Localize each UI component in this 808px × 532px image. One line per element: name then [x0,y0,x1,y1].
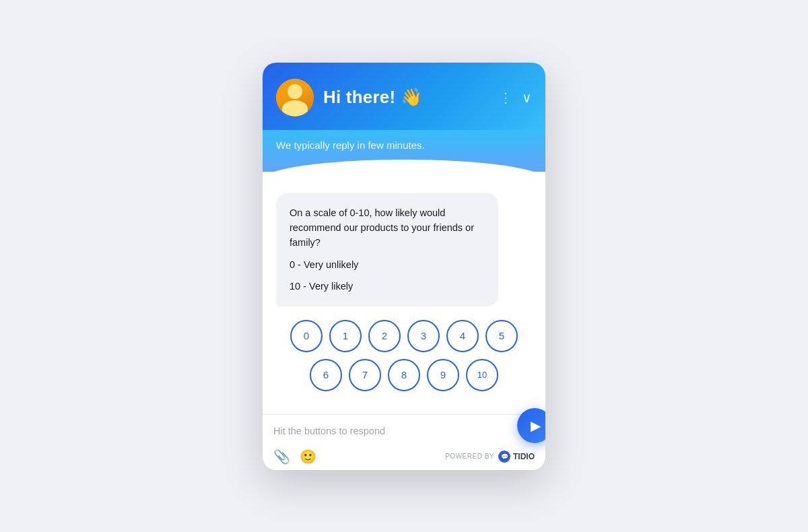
scale-low: 0 - Very unlikely [290,257,485,272]
rating-btn-0[interactable]: 0 [290,320,323,352]
chat-header: Hi there! 👋 ⋮ ∨ [263,63,545,130]
message-bubble: On a scale of 0-10, how likely would rec… [276,193,498,306]
greeting-text: Hi there! 👋 [323,87,490,108]
tidio-brand-name: TIDIO [513,452,535,461]
chat-widget: Hi there! 👋 ⋮ ∨ We typically reply in fe… [263,63,545,470]
rating-btn-10[interactable]: 10 [466,359,498,391]
rating-row-2: 6 7 8 9 10 [310,359,498,391]
rating-row-1: 0 1 2 3 4 5 [290,320,518,352]
rating-btn-2[interactable]: 2 [368,320,401,352]
attachment-icon[interactable]: 📎 [273,448,290,465]
more-options-button[interactable]: ⋮ [499,91,512,104]
send-button[interactable]: ▶ [517,408,545,443]
scale-high: 10 - Very likely [290,279,485,294]
tidio-chat-icon [498,451,510,463]
send-icon: ▶ [531,418,541,434]
rating-container: 0 1 2 3 4 5 6 7 8 9 10 [276,320,532,391]
tidio-logo: TIDIO [498,451,535,463]
chat-body: On a scale of 0-10, how likely would rec… [263,172,545,401]
emoji-icon[interactable]: 🙂 [300,448,316,465]
header-actions: ⋮ ∨ [499,91,532,104]
powered-by-label: POWERED BY [445,453,494,460]
reply-time-text: We typically reply in few minutes. [276,139,425,151]
icon-row: 📎 🙂 POWERED BY TIDIO [263,448,545,470]
agent-avatar [276,79,314,117]
chat-footer: POWERED BY TIDIO [445,451,535,463]
chat-subheader: We typically reply in few minutes. [263,130,545,172]
chat-input-area: Hit the buttons to respond ▶ [263,415,545,448]
rating-btn-7[interactable]: 7 [349,359,381,391]
rating-btn-1[interactable]: 1 [329,320,362,352]
rating-btn-5[interactable]: 5 [485,320,518,352]
rating-btn-6[interactable]: 6 [310,359,342,391]
rating-btn-3[interactable]: 3 [407,320,440,352]
collapse-button[interactable]: ∨ [522,91,532,104]
rating-btn-9[interactable]: 9 [427,359,459,391]
rating-btn-8[interactable]: 8 [388,359,420,391]
question-text: On a scale of 0-10, how likely would rec… [290,205,485,251]
rating-btn-4[interactable]: 4 [446,320,479,352]
input-placeholder-text: Hit the buttons to respond [273,423,535,439]
avatar [276,79,314,117]
